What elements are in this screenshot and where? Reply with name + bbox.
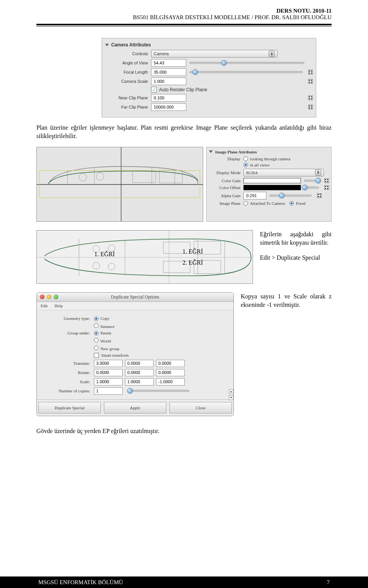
geom-opt-copy: Copy — [100, 316, 110, 321]
symmetric-drawing — [37, 231, 253, 284]
group-opt-newgroup: New group — [100, 346, 119, 351]
plane-opt-attached: Attached To Camera — [250, 201, 285, 206]
translate-x[interactable] — [94, 360, 123, 367]
alpha-slider[interactable] — [269, 195, 312, 196]
slider-empty — [189, 97, 303, 99]
scale-slider-empty — [189, 81, 303, 82]
copies-label: Number of copies: — [42, 389, 94, 393]
texture-button-icon[interactable] — [324, 178, 329, 183]
nearclip-input[interactable] — [151, 94, 186, 102]
focal-label: Focal Length — [105, 70, 151, 74]
offset-slider[interactable] — [304, 187, 319, 188]
imageplane-title: Image Plane Attributes — [215, 150, 257, 154]
scale-y[interactable] — [125, 378, 154, 385]
window-menubar: Edit Help — [37, 302, 233, 310]
scale-input[interactable] — [151, 77, 186, 85]
alpha-label: Alpha Gain — [209, 193, 243, 198]
imageplane-panel: Image Plane Attributes Display looking t… — [206, 147, 332, 222]
plan-viewport[interactable] — [36, 147, 203, 222]
copies-slider[interactable] — [128, 390, 189, 392]
group-radio-newgroup[interactable] — [94, 346, 99, 350]
geom-radio-copy[interactable] — [94, 316, 99, 321]
farclip-input[interactable] — [151, 103, 186, 111]
alpha-input[interactable] — [243, 192, 266, 199]
texture-button-icon[interactable] — [324, 185, 329, 190]
texture-button-icon[interactable] — [317, 193, 322, 198]
display-label: Display — [209, 156, 243, 161]
menu-help[interactable]: Help — [54, 303, 62, 308]
display-radio-all[interactable] — [243, 163, 248, 167]
rotate-y[interactable] — [125, 369, 154, 376]
controls-label: Controls — [105, 51, 151, 56]
header-line1: DERS NOTU. 2010-11 — [36, 8, 332, 14]
texture-button-icon[interactable] — [308, 79, 313, 84]
focal-slider[interactable] — [189, 71, 303, 73]
group-opt-world: World — [100, 339, 111, 343]
svg-point-11 — [108, 263, 115, 270]
angle-slider[interactable] — [189, 62, 304, 64]
focal-input[interactable] — [151, 68, 186, 76]
duplicate-special-button[interactable]: Duplicate Special — [38, 402, 101, 413]
angle-input[interactable] — [151, 59, 186, 67]
disclosure-triangle-icon — [105, 44, 109, 46]
apply-button[interactable]: Apply — [104, 402, 166, 413]
mode-label: Display Mode — [209, 170, 243, 175]
slider-empty — [189, 106, 303, 108]
texture-button-icon[interactable] — [308, 105, 313, 109]
group-opt-parent: Parent — [100, 331, 111, 335]
window-title: Duplicate Special Options — [37, 294, 233, 300]
display-radio-camera[interactable] — [243, 156, 248, 161]
plane-radio-attached[interactable] — [243, 201, 248, 206]
scroll-up-icon[interactable] — [229, 389, 233, 394]
selection-marquee — [39, 170, 200, 198]
color-gain-swatch[interactable] — [243, 178, 301, 183]
svg-point-10 — [93, 262, 100, 269]
autoclip-checkbox[interactable]: ✓ — [151, 87, 157, 92]
menu-edit[interactable]: Edit — [41, 303, 48, 308]
mode-value: RGBA — [246, 170, 258, 175]
window-titlebar[interactable]: Duplicate Special Options — [37, 293, 233, 302]
geom-opt-instance: Instance — [100, 324, 115, 329]
group-radio-world[interactable] — [94, 338, 99, 343]
imageplane-section-head[interactable]: Image Plane Attributes — [209, 150, 329, 154]
gain-label: Color Gain — [209, 178, 243, 183]
controls-dropdown[interactable]: Camera — [151, 50, 278, 58]
mode-dropdown[interactable]: RGBA — [243, 169, 324, 176]
smart-checkbox[interactable] — [94, 353, 99, 358]
sidetext-menupath: Edit > Duplicate Special — [260, 254, 332, 262]
scale-x[interactable] — [94, 378, 123, 385]
translate-label: Translate: — [42, 361, 94, 366]
scroll-down-icon[interactable] — [229, 395, 233, 400]
group-radio-parent[interactable] — [94, 331, 99, 336]
gain-slider[interactable] — [304, 180, 319, 181]
controls-value: Camera — [154, 51, 169, 56]
paragraph-1: Plan üzerine eğriler işlenmeye başlanır.… — [36, 124, 332, 141]
close-button[interactable]: Close — [169, 402, 232, 413]
camera-section-head[interactable]: Camera Attributes — [105, 42, 313, 48]
geom-radio-instance[interactable] — [94, 323, 99, 328]
header-line2: BS501 BİLGİSAYAR DESTEKLİ MODELLEME / PR… — [36, 14, 332, 21]
texture-button-icon[interactable] — [308, 96, 313, 100]
scale-label: Scale: — [42, 379, 94, 384]
translate-z[interactable] — [156, 360, 185, 367]
plane-radio-fixed[interactable] — [289, 201, 294, 206]
rotate-z[interactable] — [156, 369, 185, 376]
offset-label: Color Offset — [209, 185, 243, 190]
geom-label: Geometry type: — [42, 316, 94, 321]
symmetric-viewport[interactable]: 1. EĞRİ 1. EĞRİ 2. EĞRİ — [36, 230, 253, 284]
texture-button-icon[interactable] — [308, 70, 313, 74]
scale-z[interactable] — [156, 378, 185, 385]
sidetext-curves: Eğrilerin aşağıdaki gibi simetrik bir ko… — [260, 230, 332, 247]
color-offset-swatch[interactable] — [243, 185, 301, 190]
camera-section-title: Camera Attributes — [111, 42, 151, 48]
page-footer: MSGSÜ ENFORMATİK BÖLÜMÜ 7 — [0, 576, 368, 588]
display-opt-camera: looking through camera — [250, 156, 290, 161]
copies-input[interactable] — [94, 387, 123, 395]
curve-label-2: 2. EĞRİ — [182, 259, 203, 266]
rotate-x[interactable] — [94, 369, 123, 376]
smart-label: Smart transform — [101, 353, 129, 357]
scale-label: Camera Scale — [105, 79, 151, 84]
resize-grip-icon[interactable] — [228, 410, 233, 415]
translate-y[interactable] — [125, 360, 154, 367]
duplicate-special-window: Duplicate Special Options Edit Help Geom… — [36, 292, 234, 416]
